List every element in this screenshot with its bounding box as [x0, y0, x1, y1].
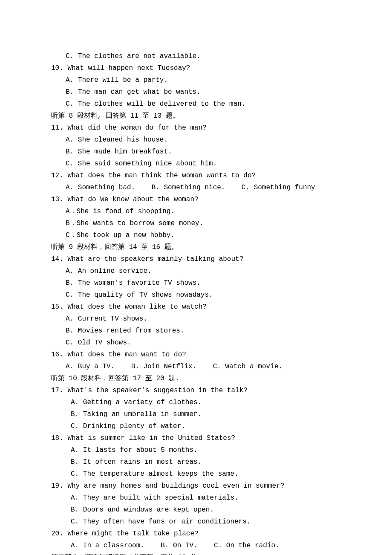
- text-line: A. Current TV shows.: [51, 313, 341, 325]
- text-line: 第二部分：英语知识运用（共两节，满分 35 分）: [51, 552, 341, 555]
- text-line: B. Movies rented from stores.: [51, 325, 341, 337]
- text-line: A. In a classroom. B. On TV. C. On the r…: [51, 540, 341, 552]
- text-line: A. They are built with special materials…: [51, 492, 341, 504]
- text-line: C. The clothes will be delivered to the …: [51, 98, 341, 110]
- text-line: 15. What does the woman like to watch?: [51, 301, 341, 313]
- text-line: A. Something bad. B. Something nice. C. …: [51, 182, 341, 194]
- text-line: A．She is fond of shopping.: [51, 205, 341, 217]
- text-line: 18. What is summer like in the United St…: [51, 432, 341, 444]
- text-line: C. The clothes are not available.: [51, 50, 341, 62]
- text-line: 17. What's the speaker's suggestion in t…: [51, 384, 341, 396]
- text-line: C. They often have fans or air condition…: [51, 516, 341, 528]
- text-line: B. The woman's favorite TV shows.: [51, 277, 341, 289]
- text-line: C. She said something nice about him.: [51, 158, 341, 170]
- text-line: C. Old TV shows.: [51, 337, 341, 349]
- text-line: A. Getting a variety of clothes.: [51, 396, 341, 408]
- text-line: 11. What did the woman do for the man?: [51, 122, 341, 134]
- text-line: C. The quality of TV shows nowadays.: [51, 289, 341, 301]
- text-line: 听第 10 段材料，回答第 17 至 20 题.: [51, 373, 341, 384]
- text-line: A. An online service.: [51, 265, 341, 277]
- text-line: 12. What does the man think the woman wa…: [51, 170, 341, 182]
- text-line: C．She took up a new hobby.: [51, 229, 341, 241]
- text-line: 13. What do We know about the woman?: [51, 194, 341, 205]
- document-body: C. The clothes are not available.10. Wha…: [51, 50, 341, 555]
- text-line: B. The man can get what be wants.: [51, 86, 341, 98]
- text-line: 16. What does the man want to do?: [51, 349, 341, 361]
- text-line: 20. Where might the talk take place?: [51, 528, 341, 540]
- text-line: 听第 8 段材料, 回答第 11 至 13 题。: [51, 110, 341, 122]
- text-line: A. Buy a TV. B. Join Netflix. C. Watch a…: [51, 361, 341, 373]
- text-line: B. She made him breakfast.: [51, 146, 341, 158]
- text-line: C. The temperature almost keeps the same…: [51, 468, 341, 480]
- text-line: B. Taking an umbrella in summer.: [51, 408, 341, 420]
- text-line: B．She wants to borrow some money.: [51, 217, 341, 229]
- text-line: B. Doors and windows are kept open.: [51, 504, 341, 516]
- text-line: 14. What are the speakers mainly talking…: [51, 253, 341, 265]
- text-line: A. She cleaned his house.: [51, 134, 341, 146]
- text-line: B. It often rains in most areas.: [51, 456, 341, 468]
- text-line: C. Drinking plenty of water.: [51, 420, 341, 432]
- text-line: A. It lasts for about 5 months.: [51, 444, 341, 456]
- text-line: A. There will be a party.: [51, 74, 341, 86]
- text-line: 听第 9 段材料，回答第 14 至 16 题。: [51, 241, 341, 253]
- text-line: 10. What will happen next Tuesday?: [51, 62, 341, 74]
- text-line: 19. Why are many homes and buildings coo…: [51, 480, 341, 492]
